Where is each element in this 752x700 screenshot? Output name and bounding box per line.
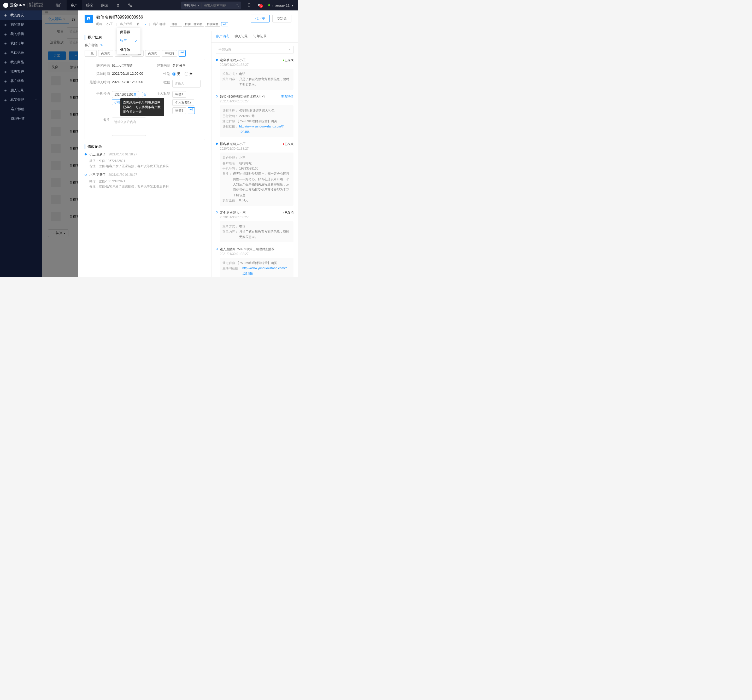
section-customer-info: 客户信息 <box>85 35 205 40</box>
link[interactable]: http://www.yunduoketang.com/?123456 <box>239 124 291 135</box>
svg-point-5 <box>89 18 89 19</box>
logo[interactable]: 云朵CRM 教育机构一站式服务云平台 <box>0 3 46 8</box>
menu-icon: ◈ <box>4 79 8 83</box>
sidebar-item[interactable]: 客户标签 <box>0 104 42 114</box>
activity-filter[interactable]: 全部动态▾ <box>216 46 294 54</box>
menu-icon: ◈ <box>4 98 8 102</box>
timeline-item: 购买 4399理财课进阶课程大礼包查看详情2021/01/30 01:38:27… <box>220 95 294 137</box>
menu-icon: ◈ <box>4 42 8 45</box>
history-item: 小王 更新了2021/01/30 01:38:27微信：空值-136721828… <box>85 173 205 189</box>
notification-badge: 5 <box>259 4 263 8</box>
timeline-item: 定金单 创建人小王已取消2020/01/30 01:38:27跟单方式：电话跟单… <box>220 210 294 243</box>
sidebar-item[interactable]: ◈客户继承 <box>0 76 42 86</box>
personal-tag[interactable]: 个人标签12 <box>172 99 194 106</box>
link[interactable]: http://www.yunduoketang.com/?123456 <box>242 266 291 276</box>
logo-text: 云朵CRM <box>10 3 26 8</box>
nav-customer[interactable]: 客户 <box>67 0 82 11</box>
svg-rect-7 <box>135 93 136 95</box>
customer-tag[interactable]: 高意向 <box>98 50 113 57</box>
more-tags[interactable]: +4 <box>179 50 186 57</box>
menu-icon: ◈ <box>4 13 8 17</box>
sidebar-item[interactable]: ◈电话记录 <box>0 48 42 58</box>
nav-promo[interactable]: 推广 <box>51 0 67 11</box>
customer-tag[interactable]: 一般 <box>85 50 96 57</box>
user-menu[interactable]: manager11 ▾ <box>264 3 298 7</box>
search-input[interactable] <box>202 3 233 7</box>
search-icon[interactable] <box>233 3 241 7</box>
customer-tag[interactable]: 中意向 <box>162 50 177 57</box>
activity-tab[interactable]: 聊天记录 <box>235 31 248 42</box>
history-item: 小王 更新了2021/01/30 01:38:27微信：空值-136721828… <box>85 152 205 169</box>
status-dot <box>268 4 270 6</box>
sidebar-item[interactable]: ◈流失客户 <box>0 67 42 76</box>
manager-select[interactable]: 客户经理：张三▴ <box>120 22 146 26</box>
manager-dropdown: 师馨薇张三✓俱保咏 <box>117 28 140 54</box>
timeline-item: 进入直播间 759-59班第三期理财直播课2021/01/30 01:38:27… <box>220 247 294 277</box>
dropdown-item[interactable]: 师馨薇 <box>117 28 140 37</box>
group-tag[interactable]: 群聊六群 <box>205 22 220 26</box>
sidebar-item[interactable]: ◈我的学员 <box>0 29 42 39</box>
menu-icon: ◈ <box>4 32 8 36</box>
menu-icon: ◈ <box>4 23 8 26</box>
sidebar-item[interactable]: ◈标签管理⌃ <box>0 95 42 104</box>
sidebar-item[interactable]: ◈我的商品 <box>0 58 42 67</box>
personal-tag[interactable]: 标签1 <box>172 91 186 98</box>
svg-rect-10 <box>144 94 146 96</box>
phone-tooltip: 查询到此手机号码在系统中已存在，可以将两条客户数据合并为一条 <box>120 98 164 116</box>
menu-icon: ◈ <box>4 60 8 64</box>
customer-icon <box>85 15 93 23</box>
group-tag[interactable]: 群聊一群大群 <box>183 22 204 26</box>
dropdown-item[interactable]: 俱保咏 <box>117 45 140 54</box>
group-tag[interactable]: 群聊三 <box>170 22 182 26</box>
more-groups[interactable]: +4 <box>221 22 228 26</box>
gender-radio[interactable]: 男 女 <box>172 72 200 76</box>
sidebar-item[interactable]: ◈我的群聊 <box>0 20 42 29</box>
more-ptags[interactable]: +4 <box>188 107 195 114</box>
svg-rect-9 <box>135 95 136 96</box>
svg-point-0 <box>118 4 119 5</box>
deposit-button[interactable]: 交定金 <box>272 15 291 22</box>
phone-list-icon[interactable] <box>134 93 137 96</box>
check-icon: ✓ <box>134 39 137 43</box>
wechat-input[interactable]: 请输入 <box>172 80 200 87</box>
top-nav: 推广 客户 质检 数据 <box>51 0 136 11</box>
activity-tab[interactable]: 客户动态 <box>216 31 229 42</box>
customer-title: 微信名称6789990000966 <box>96 15 247 20</box>
view-detail-link[interactable]: 查看详情 <box>281 95 294 99</box>
menu-icon: ◈ <box>4 89 8 92</box>
notification-icon[interactable]: 5 <box>254 3 264 7</box>
phone-input[interactable]: 13241672152 <box>112 91 139 98</box>
nav-user-icon[interactable] <box>112 0 124 11</box>
timeline-item: 报名单 创建人小王已失败2020/01/30 01:38:27客户经理：小王客户… <box>220 142 294 206</box>
copy-icon[interactable] <box>142 92 147 97</box>
nav-phone-icon[interactable] <box>124 0 136 11</box>
dropdown-item[interactable]: 张三✓ <box>117 37 140 45</box>
timeline-item: 定金单 创建人小王已完成2020/01/30 01:38:27跟单方式：电话跟单… <box>220 58 294 90</box>
sidebar: ◈我的好友◈我的群聊◈我的学员◈我的订单◈电话记录◈我的商品◈流失客户◈客户继承… <box>0 11 42 277</box>
svg-rect-8 <box>134 95 135 96</box>
section-history: 修改记录 <box>85 145 205 149</box>
chevron-down-icon: ▾ <box>292 3 294 7</box>
customer-drawer: 微信名称6789990000966 昵称：小王 | 客户经理：张三▴ | 所在群… <box>78 11 298 277</box>
nav-qc[interactable]: 质检 <box>82 0 97 11</box>
logo-icon <box>3 3 8 8</box>
sidebar-item[interactable]: 群聊标签 <box>0 114 42 123</box>
edit-tags-icon[interactable]: ✎ <box>100 44 103 47</box>
sidebar-item[interactable]: ◈我的订单 <box>0 39 42 48</box>
activity-tab[interactable]: 订单记录 <box>253 31 267 42</box>
personal-tag[interactable]: 标签1 <box>172 107 186 114</box>
search-group: 手机号码▾ <box>181 2 241 9</box>
nav-data[interactable]: 数据 <box>97 0 112 11</box>
customer-tag[interactable]: 高意向 <box>145 50 160 57</box>
mobile-icon[interactable] <box>244 3 254 8</box>
menu-icon: ◈ <box>4 51 8 54</box>
svg-point-1 <box>236 4 238 6</box>
sidebar-item[interactable]: ◈删人记录 <box>0 86 42 95</box>
username: manager11 <box>272 3 290 7</box>
logo-tagline: 教育机构一站式服务云平台 <box>27 3 43 8</box>
order-button[interactable]: 代下单 <box>251 15 270 22</box>
search-type-select[interactable]: 手机号码▾ <box>181 3 202 8</box>
remark-textarea[interactable]: 请输入备注内容 <box>112 118 146 136</box>
chevron-up-icon: ⌃ <box>35 98 37 102</box>
sidebar-item[interactable]: ◈我的好友 <box>0 11 42 20</box>
